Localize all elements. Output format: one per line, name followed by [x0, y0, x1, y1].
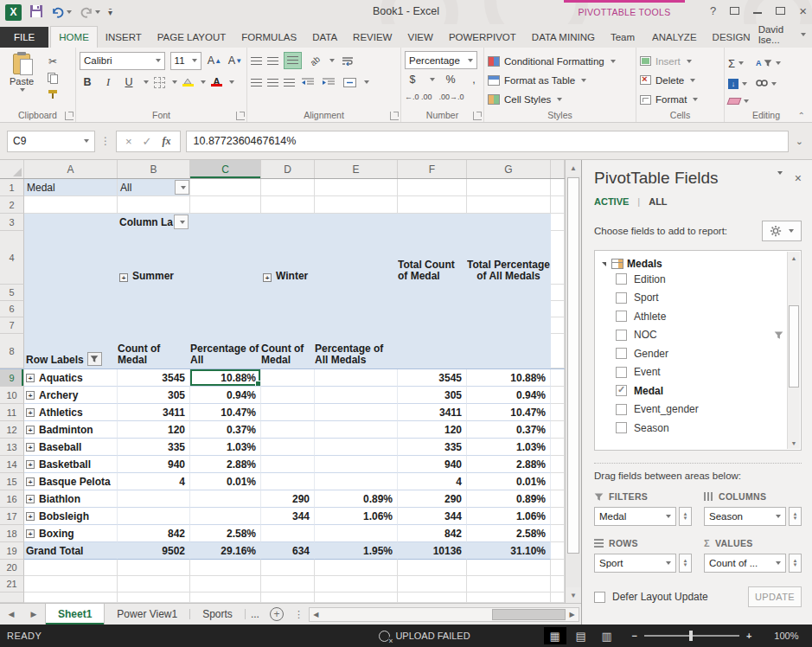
tab-data-mining[interactable]: DATA MINING — [524, 27, 603, 48]
align-right-icon[interactable] — [284, 79, 295, 86]
field-edition[interactable]: Edition — [602, 270, 783, 289]
row-number[interactable]: 11 — [0, 404, 24, 421]
pivot-row-label[interactable]: +Baseball — [24, 439, 118, 456]
delete-button[interactable]: Delete — [640, 72, 698, 88]
column-header-g[interactable]: G — [467, 160, 551, 178]
row-number[interactable]: 12 — [0, 421, 24, 439]
font-color-icon[interactable]: A — [211, 78, 222, 86]
column-header-d[interactable]: D — [261, 160, 315, 178]
field-event[interactable]: Event — [602, 363, 783, 382]
row-number[interactable]: 18 — [0, 525, 24, 542]
zoom-in-icon[interactable]: + — [746, 631, 751, 641]
copy-icon[interactable] — [45, 71, 61, 85]
zoom-slider-thumb[interactable] — [689, 631, 693, 641]
format-button[interactable]: Format — [640, 92, 698, 108]
winter-group-cell[interactable]: +Winter — [261, 231, 315, 285]
filters-field-medal[interactable]: Medal — [594, 507, 676, 526]
minimize-icon[interactable] — [753, 3, 762, 19]
formula-input[interactable]: 10.8772360467614% — [186, 131, 789, 152]
cut-icon[interactable]: ✂ — [45, 54, 61, 68]
new-sheet-icon[interactable]: + — [270, 607, 284, 621]
orientation-icon[interactable]: ab — [304, 50, 325, 71]
pivot-row-label[interactable]: +Basque Pelota — [24, 473, 118, 490]
tab-formulas[interactable]: FORMULAS — [233, 27, 304, 48]
row-number[interactable]: 3 — [0, 214, 24, 231]
field-season[interactable]: Season — [602, 419, 783, 438]
column-header-f[interactable]: F — [398, 160, 467, 178]
row-number[interactable] — [0, 593, 24, 603]
tab-active[interactable]: ACTIVE — [594, 196, 629, 207]
pivot-row-label[interactable]: +Basketball — [24, 456, 118, 473]
pivot-row-label[interactable]: +Aquatics — [24, 369, 118, 387]
italic-button[interactable]: I — [100, 74, 116, 91]
checkbox[interactable] — [616, 367, 627, 378]
field-stepper[interactable]: ▲▼ — [679, 507, 692, 526]
expand-icon[interactable]: + — [26, 512, 35, 521]
find-icon[interactable] — [756, 75, 781, 92]
increase-font-icon[interactable]: A▲ — [207, 53, 222, 69]
enter-icon[interactable]: ✓ — [143, 135, 152, 148]
tab-file[interactable]: FILE — [0, 27, 48, 48]
scroll-up-icon[interactable]: ▲ — [566, 160, 581, 176]
scrollbar-thumb[interactable] — [567, 177, 579, 554]
tools-button[interactable] — [762, 221, 802, 241]
excel-logo-icon[interactable]: X — [5, 4, 22, 21]
font-size-select[interactable]: 11 — [170, 52, 201, 70]
row-number[interactable]: 5 — [0, 285, 24, 301]
scroll-down-icon[interactable]: ▼ — [788, 437, 800, 449]
defer-layout-checkbox[interactable] — [594, 592, 605, 603]
scroll-up-icon[interactable]: ▲ — [788, 252, 800, 264]
paste-button[interactable]: Paste — [3, 51, 40, 108]
zoom-slider[interactable] — [644, 635, 739, 637]
row-number[interactable]: 14 — [0, 456, 24, 473]
font-name-select[interactable]: Calibri — [80, 52, 165, 70]
column-header-partial[interactable] — [551, 160, 565, 178]
tab-analyze[interactable]: ANALYZE — [644, 27, 705, 48]
filter-value-cell[interactable]: All — [118, 179, 190, 196]
field-sport[interactable]: Sport — [602, 289, 783, 308]
prev-sheet-icon[interactable]: ◀ — [0, 604, 22, 625]
horizontal-scrollbar[interactable]: ◀ ▶ — [309, 607, 579, 622]
normal-view-icon[interactable]: ▦ — [544, 627, 566, 644]
increase-decimal-icon[interactable]: ←.0 .00 — [405, 93, 432, 101]
expand-icon[interactable]: + — [26, 477, 35, 486]
save-icon[interactable] — [29, 4, 43, 21]
scroll-left-icon[interactable]: ◀ — [310, 611, 323, 618]
tab-home[interactable]: HOME — [50, 26, 98, 48]
customize-qat-icon[interactable]: ▾̄ — [108, 8, 112, 17]
column-header-e[interactable]: E — [315, 160, 398, 178]
field-noc[interactable]: NOC — [602, 326, 783, 345]
more-sheets[interactable]: ... — [246, 604, 265, 625]
fill-color-icon[interactable] — [182, 78, 194, 86]
tab-insert[interactable]: INSERT — [98, 27, 150, 48]
page-layout-view-icon[interactable]: ▤ — [570, 627, 592, 644]
dialog-launcher-icon[interactable] — [390, 112, 399, 120]
scrollbar-thumb[interactable] — [492, 609, 566, 620]
next-sheet-icon[interactable]: ▶ — [22, 604, 45, 625]
field-medal[interactable]: Medal — [602, 381, 783, 400]
field-athlete[interactable]: Athlete — [602, 307, 783, 326]
help-icon[interactable]: ? — [710, 3, 716, 19]
row-number[interactable]: 16 — [0, 490, 24, 508]
decrease-font-icon[interactable]: A▼ — [227, 53, 243, 69]
field-stepper[interactable]: ▲▼ — [789, 507, 802, 526]
autosum-icon[interactable]: Σ — [728, 54, 749, 73]
align-center-icon[interactable] — [267, 79, 278, 86]
insert-button[interactable]: Insert — [640, 53, 698, 69]
increase-indent-icon[interactable] — [321, 75, 336, 89]
field-event-gender[interactable]: Event_gender — [602, 400, 783, 420]
close-icon[interactable]: × — [799, 3, 807, 19]
redo-dropdown-icon[interactable] — [95, 10, 100, 14]
field-stepper[interactable]: ▲▼ — [789, 554, 802, 573]
upload-status[interactable]: UPLOAD FAILED — [379, 631, 470, 642]
tab-team[interactable]: Team — [603, 27, 643, 48]
selected-cell[interactable]: 10.88% — [190, 369, 261, 387]
wrap-text-icon[interactable] — [340, 54, 355, 67]
table-medals[interactable]: Medals — [602, 258, 783, 270]
align-left-icon[interactable] — [251, 79, 262, 86]
number-format-select[interactable]: Percentage — [405, 51, 477, 69]
expand-icon[interactable]: + — [26, 443, 35, 452]
ribbon-display-icon[interactable] — [730, 3, 739, 19]
tab-review[interactable]: REVIEW — [345, 27, 400, 48]
zoom-level[interactable]: 100% — [764, 631, 798, 641]
